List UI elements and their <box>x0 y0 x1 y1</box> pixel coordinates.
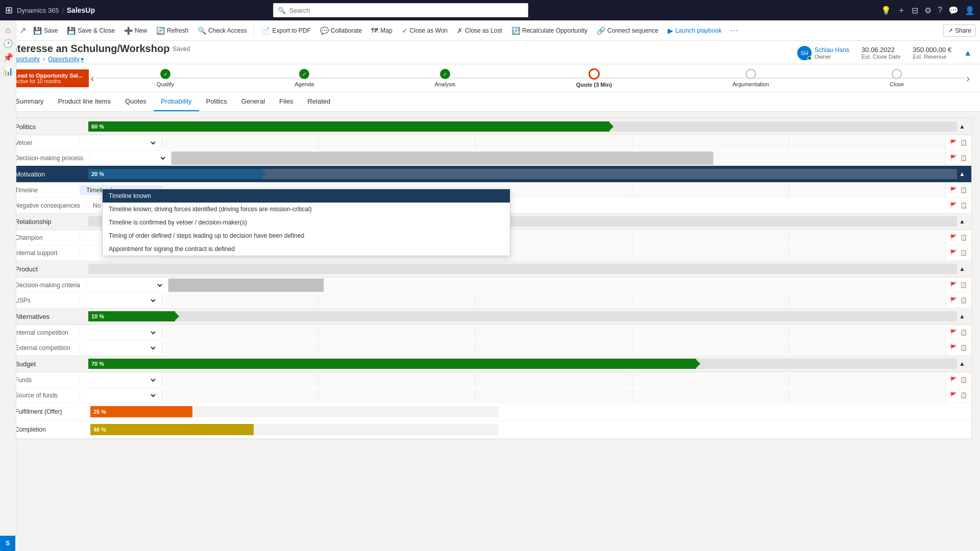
funds-notes-icon[interactable]: 📋 <box>959 375 968 385</box>
tab-probability[interactable]: Probability <box>154 92 199 111</box>
decision-making-select[interactable] <box>90 153 172 163</box>
vetoer-notes-icon[interactable]: 📋 <box>959 138 968 147</box>
dropdown-item-timing[interactable]: Timing of order defined / steps leading … <box>103 229 510 242</box>
stage-argumentation[interactable]: Argumentation <box>732 69 769 87</box>
map-button[interactable]: 🗺 Map <box>367 24 396 37</box>
stage-agenda[interactable]: ✓ Agenda <box>295 69 314 87</box>
neg-notes-icon[interactable]: 📋 <box>959 201 968 210</box>
dropdown-item-driving-forces[interactable]: Timeline known; driving forces identifie… <box>103 203 510 216</box>
external-competition-select[interactable] <box>80 343 162 353</box>
usps-notes-icon[interactable]: 📋 <box>959 296 968 305</box>
internal-competition-dropdown[interactable] <box>84 329 157 337</box>
champion-notes-icon[interactable]: 📋 <box>959 233 968 242</box>
process-prev-icon[interactable]: ‹ <box>89 72 96 84</box>
share-button[interactable]: ↗ Share <box>943 24 976 37</box>
motivation-section-header[interactable]: Motivation 20 % ▲ <box>9 166 971 183</box>
sidebar-recent-icon[interactable]: 🕐 <box>3 39 13 48</box>
source-funds-dropdown[interactable] <box>84 391 157 399</box>
source-funds-select[interactable] <box>80 390 162 400</box>
owner-name[interactable]: Schlau Hans <box>815 46 849 54</box>
decision-notes-icon[interactable]: 📋 <box>959 154 968 163</box>
connect-seq-button[interactable]: 🔗 Connect sequence <box>593 24 663 37</box>
tab-related[interactable]: Related <box>300 92 337 111</box>
decision-criteria-select[interactable] <box>87 280 168 290</box>
vetoer-dropdown[interactable] <box>84 139 157 147</box>
usps-dropdown[interactable] <box>84 296 157 305</box>
vetoer-flag-icon[interactable]: 🚩 <box>949 138 958 147</box>
decision-making-dropdown[interactable] <box>94 154 167 162</box>
ic-flag-icon[interactable]: 🚩 <box>949 328 958 337</box>
decision-criteria-dropdown[interactable] <box>91 281 164 289</box>
close-won-button[interactable]: ✓ Close as Won <box>398 24 452 37</box>
stage-analysis[interactable]: ✓ Analysis <box>434 69 455 87</box>
champion-flag-icon[interactable]: 🚩 <box>949 233 958 242</box>
status-bar[interactable]: S <box>0 536 15 540</box>
ic-notes-icon[interactable]: 📋 <box>959 328 968 337</box>
sidebar-pinned-icon[interactable]: 📌 <box>3 53 13 62</box>
timeline-notes-icon[interactable]: 📋 <box>959 186 968 195</box>
usps-select[interactable] <box>80 295 162 306</box>
export-pdf-button[interactable]: 📄 Export to PDF <box>257 24 314 37</box>
save-close-button[interactable]: 💾 Save & Close <box>63 24 119 37</box>
more-actions-icon[interactable]: ⋯ <box>728 23 740 37</box>
collaborate-button[interactable]: 💬 Collaborate <box>316 24 366 37</box>
is-flag-icon[interactable]: 🚩 <box>949 248 958 258</box>
close-lost-button[interactable]: ✗ Close as Lost <box>453 24 506 37</box>
ec-notes-icon[interactable]: 📋 <box>959 343 968 353</box>
funds-dropdown[interactable] <box>84 376 157 384</box>
refresh-button[interactable]: 🔄 Refresh <box>152 24 192 37</box>
budget-section-header[interactable]: Budget 70 % ▲ <box>9 356 971 372</box>
funds-flag-icon[interactable]: 🚩 <box>949 375 958 385</box>
stage-qualify[interactable]: ✓ Qualify <box>157 69 174 87</box>
dropdown-item-timeline-known[interactable]: Timeline known <box>103 189 510 203</box>
stage-quote[interactable]: Quote (3 Min) <box>576 68 612 88</box>
tab-quotes[interactable]: Quotes <box>118 92 154 111</box>
grid-icon[interactable]: ⊞ <box>5 5 13 16</box>
filter-icon[interactable]: ⊟ <box>912 6 918 15</box>
dropdown-item-confirmed[interactable]: Timeline is confirmed by vetoer / decisi… <box>103 216 510 229</box>
forward-icon[interactable]: ↗ <box>17 23 28 37</box>
internal-competition-select[interactable] <box>80 328 162 338</box>
plus-icon[interactable]: ＋ <box>897 5 905 16</box>
help-icon[interactable]: ? <box>938 6 942 15</box>
search-input[interactable] <box>289 7 524 14</box>
lead-badge[interactable]: Lead to Opportunity Sal... Active for 10… <box>8 69 89 87</box>
sidebar-entity-icon[interactable]: 📊 <box>3 66 13 76</box>
neg-flag-icon[interactable]: 🚩 <box>949 201 958 210</box>
tab-politics[interactable]: Politics <box>199 92 234 111</box>
is-notes-icon[interactable]: 📋 <box>959 248 968 258</box>
tab-files[interactable]: Files <box>272 92 300 111</box>
sf-notes-icon[interactable]: 📋 <box>959 391 968 400</box>
search-bar[interactable]: 🔍 <box>273 3 528 17</box>
sidebar-home-icon[interactable]: ⌂ <box>6 26 11 35</box>
sf-flag-icon[interactable]: 🚩 <box>949 391 958 400</box>
check-access-button[interactable]: 🔍 Check Access <box>193 24 251 37</box>
chat-icon[interactable]: 💬 <box>948 6 959 15</box>
process-next-icon[interactable]: › <box>964 72 972 84</box>
timeline-flag-icon[interactable]: 🚩 <box>949 186 958 195</box>
dropdown-item-appointment[interactable]: Appointment for signing the contract is … <box>103 242 510 256</box>
breadcrumb-opportunity2[interactable]: Opportunity ▾ <box>48 56 84 63</box>
dc-flag-icon[interactable]: 🚩 <box>949 281 958 290</box>
lightbulb-icon[interactable]: 💡 <box>881 6 891 15</box>
usps-flag-icon[interactable]: 🚩 <box>949 296 958 305</box>
vetoer-select[interactable] <box>80 138 162 148</box>
ec-flag-icon[interactable]: 🚩 <box>949 343 958 353</box>
alternatives-section-header[interactable]: Alternatives 10 % ▲ <box>9 308 971 325</box>
collapse-icon[interactable]: ▲ <box>964 48 972 58</box>
dc-notes-icon[interactable]: 📋 <box>959 281 968 290</box>
settings-icon[interactable]: ⚙ <box>924 6 932 15</box>
tab-product-line[interactable]: Product line items <box>51 92 118 111</box>
tab-general[interactable]: General <box>234 92 272 111</box>
politics-section-header[interactable]: Politics 60 % ▲ <box>9 118 971 135</box>
save-button[interactable]: 💾 Save <box>29 24 62 37</box>
recalculate-button[interactable]: 🔃 Recalculate Opportunity <box>507 24 592 37</box>
external-competition-dropdown[interactable] <box>84 344 157 352</box>
product-section-header[interactable]: Product ▲ <box>9 261 971 278</box>
stage-close[interactable]: Close <box>890 69 904 87</box>
user-icon[interactable]: 👤 <box>965 6 975 15</box>
launch-playbook-button[interactable]: ▶ Launch playbook <box>664 24 726 37</box>
decision-flag-icon[interactable]: 🚩 <box>949 154 958 163</box>
funds-select[interactable] <box>80 375 162 385</box>
new-button[interactable]: ➕ New <box>120 24 151 37</box>
